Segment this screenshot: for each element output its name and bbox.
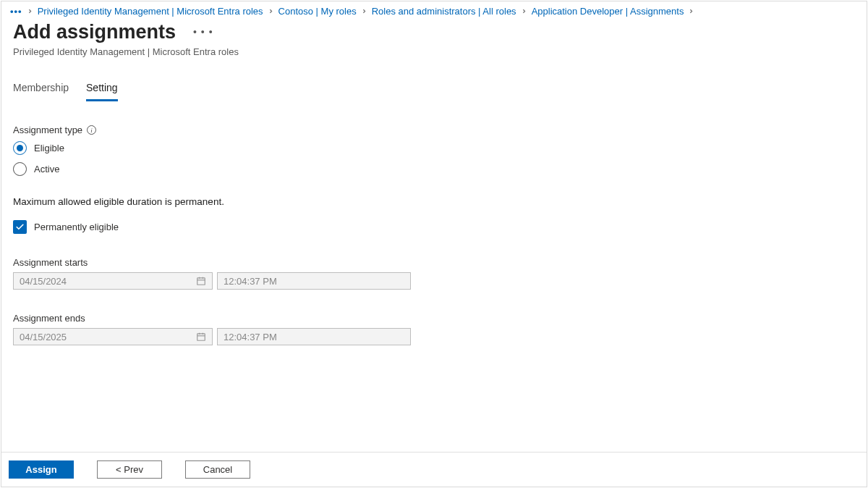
assignment-starts-row: 04/15/2024 12:04:37 PM xyxy=(13,272,855,290)
chevron-right-icon xyxy=(688,6,694,17)
chevron-right-icon xyxy=(521,6,527,17)
chevron-right-icon xyxy=(361,6,367,17)
form-content: Assignment type i Eligible Active Maximu… xyxy=(1,101,867,452)
checkbox-label: Permanently eligible xyxy=(34,222,119,232)
prev-button[interactable]: < Prev xyxy=(97,460,162,479)
calendar-icon xyxy=(196,276,206,286)
assign-button[interactable]: Assign xyxy=(9,460,74,479)
chevron-right-icon xyxy=(27,6,33,17)
start-date-input[interactable]: 04/15/2024 xyxy=(13,272,213,290)
breadcrumb-more-icon[interactable]: ••• xyxy=(10,10,22,12)
end-time-input[interactable]: 12:04:37 PM xyxy=(217,328,411,345)
breadcrumb-link[interactable]: Privileged Identity Management | Microso… xyxy=(38,6,263,17)
more-actions-button[interactable]: • • • xyxy=(193,30,213,34)
info-icon[interactable]: i xyxy=(87,125,96,135)
breadcrumb-link[interactable]: Roles and administrators | All roles xyxy=(372,6,516,17)
page-title: Add assignments xyxy=(13,21,176,43)
radio-icon xyxy=(13,141,27,155)
time-value: 12:04:37 PM xyxy=(224,332,277,342)
radio-eligible[interactable]: Eligible xyxy=(13,141,855,155)
page-header: Add assignments • • • Privileged Identit… xyxy=(1,18,867,57)
duration-note: Maximum allowed eligible duration is per… xyxy=(13,196,855,207)
time-value: 12:04:37 PM xyxy=(224,276,277,287)
calendar-icon xyxy=(196,332,206,342)
permanently-eligible-checkbox[interactable]: Permanently eligible xyxy=(13,220,855,234)
radio-icon xyxy=(13,162,27,176)
chevron-right-icon xyxy=(268,6,274,17)
page-subtitle: Privileged Identity Management | Microso… xyxy=(13,46,855,57)
date-value: 04/15/2025 xyxy=(20,332,67,342)
tab-bar: Membership Setting xyxy=(1,82,867,101)
label-text: Assignment type xyxy=(13,125,82,135)
end-date-input[interactable]: 04/15/2025 xyxy=(13,328,213,345)
breadcrumb: ••• Privileged Identity Management | Mic… xyxy=(1,1,867,18)
start-time-input[interactable]: 12:04:37 PM xyxy=(217,272,411,290)
footer-bar: Assign < Prev Cancel xyxy=(1,452,867,487)
assignment-ends-row: 04/15/2025 12:04:37 PM xyxy=(13,328,855,345)
radio-active[interactable]: Active xyxy=(13,162,855,176)
checkbox-icon xyxy=(13,220,27,234)
assignment-ends-label: Assignment ends xyxy=(13,313,855,324)
breadcrumb-link[interactable]: Application Developer | Assignments xyxy=(532,6,684,17)
assignment-type-radio-group: Eligible Active xyxy=(13,141,855,176)
breadcrumb-link[interactable]: Contoso | My roles xyxy=(278,6,357,17)
svg-rect-4 xyxy=(197,334,205,340)
cancel-button[interactable]: Cancel xyxy=(185,460,250,479)
date-value: 04/15/2024 xyxy=(20,276,67,287)
assignment-type-label: Assignment type i xyxy=(13,125,855,135)
radio-label: Eligible xyxy=(34,143,64,153)
assignment-starts-label: Assignment starts xyxy=(13,257,855,268)
tab-setting[interactable]: Setting xyxy=(86,82,118,101)
radio-label: Active xyxy=(34,164,59,174)
svg-rect-0 xyxy=(197,278,205,285)
tab-membership[interactable]: Membership xyxy=(13,82,69,101)
